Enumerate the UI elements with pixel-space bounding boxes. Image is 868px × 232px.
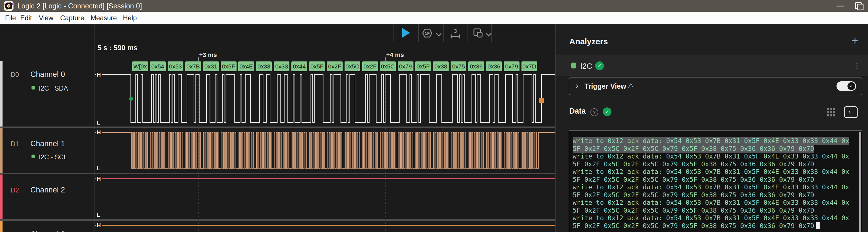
data-entry[interactable]: write to 0x12 ack data: 0x54 0x53 0x7B 0… <box>573 184 855 199</box>
chevron-down-icon[interactable] <box>436 31 442 36</box>
i2c-start-marker <box>129 97 133 101</box>
i2c-byte-annotation: 0x79 <box>504 62 520 71</box>
app-window: Logic 2 [Logic - Connected] [Session 0] … <box>0 0 868 232</box>
high-level-badge: H <box>96 222 102 229</box>
table-view-icon[interactable] <box>827 108 835 116</box>
menu-capture[interactable]: Capture <box>60 14 84 22</box>
measurement-button[interactable]: 3 <box>449 27 462 41</box>
i2c-stop-marker <box>539 98 544 103</box>
waveform-plot[interactable] <box>95 61 555 232</box>
help-icon[interactable]: ? <box>590 108 598 116</box>
minimize-button[interactable] <box>832 0 849 12</box>
i2c-byte-annotation: 0x54 <box>150 62 166 71</box>
data-entry[interactable]: write to 0x12 ack data: 0x54 0x53 0x7B 0… <box>573 153 855 168</box>
panel-divider <box>555 24 556 232</box>
timeline-absolute-time[interactable]: 5 s : 590 ms <box>98 44 137 52</box>
hexagon-1f-icon: 1F <box>421 27 434 39</box>
chevron-down-icon[interactable] <box>486 31 491 36</box>
sda-waveform <box>95 75 555 123</box>
data-entry-text: write to 0x12 ack data: 0x54 0x53 0x7B 0… <box>573 214 849 222</box>
data-title: Data <box>569 107 586 116</box>
channel-card-d3[interactable]: D3Channel 3 <box>0 221 94 232</box>
i2c-byte-annotation: 0x36 <box>468 62 484 71</box>
analyzers-title: Analyzers <box>569 37 608 46</box>
i2c-byte-annotation: 0x5F <box>221 62 237 71</box>
title-bar: Logic 2 [Logic - Connected] [Session 0] <box>0 0 868 12</box>
analyzer-dot-icon <box>31 155 35 158</box>
low-level-badge: L <box>96 119 101 126</box>
channel-analyzer-label: I2C - SCL <box>39 153 67 161</box>
analyzer-item-i2c[interactable]: I2C ✓ ⋮ <box>556 55 868 76</box>
i2c-byte-annotation: 0x5C <box>380 62 396 71</box>
scl-waveform <box>95 132 555 168</box>
channel-name: Channel 2 <box>30 186 65 194</box>
data-entry-text: 5F 0x2F 0x5C 0x2F 0x5C 0x79 0x5F 0x38 0x… <box>573 160 814 168</box>
menu-edit[interactable]: Edit <box>20 14 32 22</box>
menu-measure[interactable]: Measure <box>91 14 117 22</box>
i2c-byte-annotation: 0x2F <box>327 62 343 71</box>
trigger-settings-button[interactable]: 1F <box>421 27 434 40</box>
svg-text:3: 3 <box>454 28 457 34</box>
toggle-check-icon: ✓ <box>847 82 855 90</box>
channel-id: D0 <box>11 71 19 79</box>
i2c-byte-annotation: 0x36 <box>486 62 502 71</box>
high-level-badge: H <box>96 129 102 136</box>
data-entry-text: 5F 0x2F 0x5C 0x2F 0x5C 0x79 0x5F 0x38 0x… <box>573 176 814 184</box>
restore-button[interactable] <box>851 0 868 12</box>
i2c-address-annotation: W[0x <box>132 62 148 71</box>
minimize-icon <box>837 6 844 6</box>
timeline-tick-mark <box>198 57 199 61</box>
i2c-byte-annotation: 0x7D <box>522 62 537 71</box>
channel-color-strip <box>0 61 3 126</box>
high-level-badge: H <box>96 71 102 78</box>
data-terminal[interactable]: write to 0x12 ack data: 0x54 0x53 0x7B 0… <box>569 130 862 232</box>
i2c-byte-annotation: 0x33 <box>256 62 272 71</box>
high-level-badge: H <box>96 175 102 182</box>
data-entry-text: write to 0x12 ack data: 0x54 0x53 0x7B 0… <box>573 137 849 145</box>
menu-help[interactable]: Help <box>123 14 137 22</box>
channel-card-d2[interactable]: D2Channel 2 <box>0 175 94 219</box>
data-entry-text: 5F 0x2F 0x5C 0x2F 0x5C 0x79 0x5F 0x38 0x… <box>573 191 814 199</box>
trigger-view-row[interactable]: › Trigger View ⚠ ✓ <box>569 77 862 95</box>
flag-icon <box>472 28 484 39</box>
terminal-scrollbar[interactable] <box>859 131 861 232</box>
analyzers-panel: Analyzers + I2C ✓ ⋮ › Trigger View ⚠ ✓ D… <box>556 24 868 232</box>
i2c-byte-annotation: 0x5F <box>309 62 325 71</box>
data-entry-text: 5F 0x2F 0x5C 0x2F 0x5C 0x79 0x5F 0x38 0x… <box>573 207 814 215</box>
channel-id: D3 <box>11 231 19 232</box>
data-entry-text: write to 0x12 ack data: 0x54 0x53 0x7B 0… <box>573 153 849 160</box>
channel-card-d0[interactable]: D0Channel 0I2C - SDA <box>0 61 94 126</box>
channel-id: D1 <box>11 140 19 148</box>
i2c-byte-annotation: 0x53 <box>168 62 183 71</box>
menu-file[interactable]: File <box>5 14 16 22</box>
data-entry[interactable]: write to 0x12 ack data: 0x54 0x53 0x7B 0… <box>573 168 855 184</box>
i2c-byte-annotation: 0x31 <box>203 62 219 71</box>
data-entry[interactable]: write to 0x12 ack data: 0x54 0x53 0x7B 0… <box>573 214 855 230</box>
i2c-byte-annotation: 0x4E <box>238 62 254 71</box>
i2c-byte-annotation: 0x33 <box>274 62 289 71</box>
data-entry[interactable]: write to 0x12 ack data: 0x54 0x53 0x7B 0… <box>573 137 855 153</box>
analyzer-ok-icon: ✓ <box>595 62 604 70</box>
kebab-menu-icon[interactable]: ⋮ <box>853 61 861 70</box>
channel-card-d1[interactable]: D1Channel 1I2C - SCL <box>0 128 94 173</box>
add-analyzer-button[interactable]: + <box>852 35 858 47</box>
data-entry[interactable]: write to 0x12 ack data: 0x54 0x53 0x7B 0… <box>573 199 855 214</box>
analyzer-dot-icon <box>31 86 35 89</box>
i2c-byte-annotation: 0x7B <box>185 62 201 71</box>
expand-chevron-icon[interactable]: › <box>576 81 578 90</box>
ruler-3-icon: 3 <box>449 27 462 40</box>
i2c-byte-annotation: 0x5C <box>345 62 360 71</box>
channel-color-strip <box>0 175 3 219</box>
annotations-button[interactable] <box>472 28 484 40</box>
channel-name: Channel 1 <box>30 140 65 148</box>
menu-view[interactable]: View <box>39 14 54 22</box>
i2c-byte-annotation: 0x44 <box>291 62 307 71</box>
i2c-byte-annotation: 0x38 <box>433 62 448 71</box>
start-capture-button[interactable] <box>402 28 410 38</box>
terminal-view-icon[interactable]: ›_ <box>844 106 858 118</box>
i2c-byte-annotation: 0x75 <box>451 62 466 71</box>
channel-color-strip <box>0 128 3 173</box>
timeline-tick-mark <box>385 57 386 61</box>
trigger-view-toggle[interactable]: ✓ <box>837 81 856 91</box>
terminal-cursor <box>816 222 819 229</box>
